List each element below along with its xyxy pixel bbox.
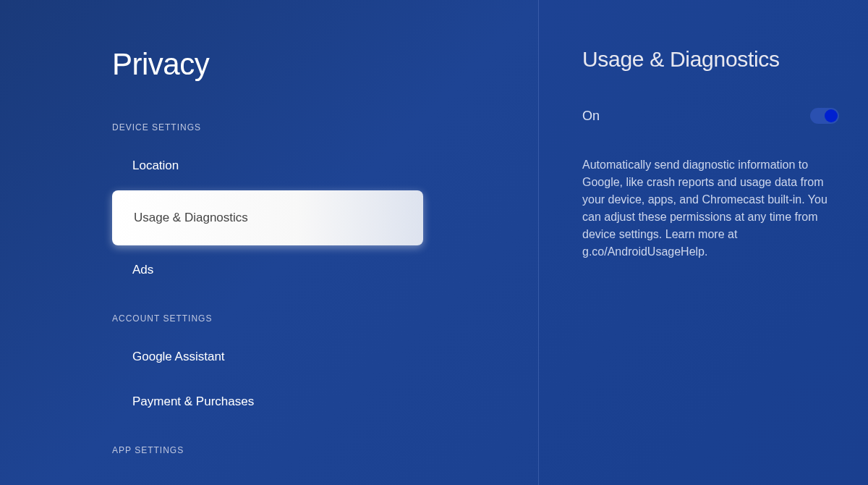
usage-diagnostics-toggle[interactable] <box>810 108 839 124</box>
detail-panel: Usage & Diagnostics On Automatically sen… <box>538 0 868 485</box>
toggle-row: On <box>582 108 839 124</box>
section-header-account: ACCOUNT SETTINGS <box>112 313 538 324</box>
page-title: Privacy <box>112 47 538 82</box>
toggle-knob-icon <box>825 109 838 122</box>
section-header-device: DEVICE SETTINGS <box>112 122 538 132</box>
section-header-app: APP SETTINGS <box>112 445 538 455</box>
menu-list: DEVICE SETTINGS Location Usage & Diagnos… <box>112 117 538 468</box>
menu-item-payment-purchases[interactable]: Payment & Purchases <box>112 381 538 422</box>
menu-item-google-assistant[interactable]: Google Assistant <box>112 337 538 377</box>
toggle-label: On <box>582 109 600 124</box>
menu-item-usage-diagnostics[interactable]: Usage & Diagnostics <box>112 190 423 245</box>
privacy-menu-panel: Privacy DEVICE SETTINGS Location Usage &… <box>0 0 538 485</box>
menu-item-location[interactable]: Location <box>112 146 538 186</box>
detail-description: Automatically send diagnostic informatio… <box>582 156 839 261</box>
detail-title: Usage & Diagnostics <box>582 47 839 72</box>
menu-item-ads[interactable]: Ads <box>112 250 538 290</box>
